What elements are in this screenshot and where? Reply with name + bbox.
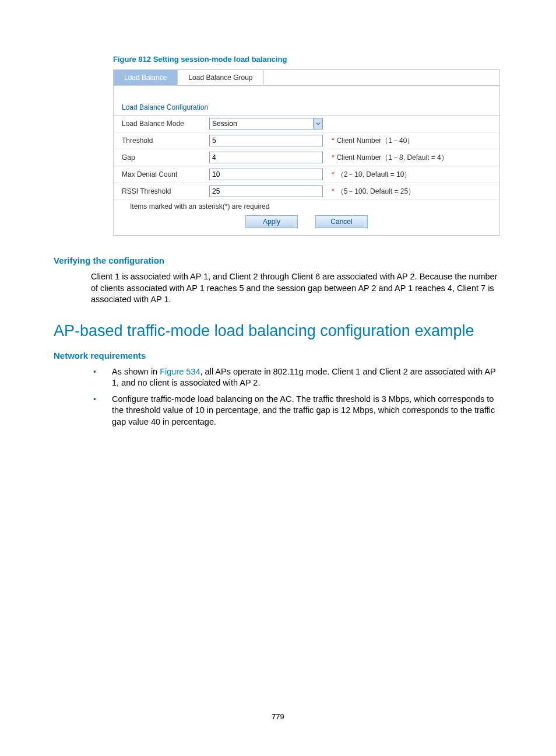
required-asterisk: *: [332, 170, 335, 178]
row-max-denial: Max Denial Count * （2－10, Default = 10）: [114, 166, 499, 183]
page-number: 779: [0, 712, 556, 721]
list-item: Configure traffic-mode load balancing on…: [112, 394, 502, 428]
input-gap[interactable]: [209, 152, 323, 163]
hint-max-denial: * （2－10, Default = 10）: [332, 170, 411, 180]
figure-caption: Figure 812 Setting session-mode load bal…: [113, 55, 502, 64]
select-mode-value: Session: [212, 120, 237, 128]
requirements-list: As shown in Figure 534, all APs operate …: [112, 366, 502, 428]
label-max-denial: Max Denial Count: [122, 170, 209, 178]
heading-verifying: Verifying the configuration: [54, 256, 502, 265]
label-threshold: Threshold: [122, 136, 209, 145]
tab-load-balance-group[interactable]: Load Balance Group: [178, 70, 263, 85]
label-gap: Gap: [122, 153, 209, 162]
label-rssi: RSSI Threshold: [122, 187, 209, 195]
required-note: Items marked with an asterisk(*) are req…: [114, 200, 499, 211]
heading-ap-traffic: AP-based traffic-mode load balancing con…: [54, 322, 502, 340]
input-rssi[interactable]: [209, 186, 323, 197]
required-asterisk: *: [332, 136, 335, 145]
figure-link[interactable]: Figure 534: [160, 367, 200, 376]
chevron-down-icon[interactable]: [313, 118, 322, 129]
required-asterisk: *: [332, 187, 335, 195]
cancel-button[interactable]: Cancel: [315, 215, 368, 228]
heading-network-req: Network requirements: [54, 351, 502, 360]
label-mode: Load Balance Mode: [122, 120, 209, 128]
row-rssi: RSSI Threshold * （5－100, Default = 25）: [114, 183, 499, 200]
required-asterisk: *: [332, 153, 335, 162]
button-row: Apply Cancel: [114, 211, 499, 230]
tab-load-balance[interactable]: Load Balance: [114, 70, 178, 85]
hint-gap: * Client Number（1－8, Default = 4）: [332, 153, 448, 163]
input-threshold[interactable]: [209, 135, 323, 146]
apply-button[interactable]: Apply: [245, 215, 298, 228]
verify-paragraph: Client 1 is associated with AP 1, and Cl…: [91, 271, 502, 306]
list-item: As shown in Figure 534, all APs operate …: [112, 366, 502, 389]
tab-row: Load Balance Load Balance Group: [114, 70, 499, 86]
config-section-title: Load Balance Configuration: [114, 92, 499, 116]
row-mode: Load Balance Mode Session: [114, 116, 499, 132]
select-mode[interactable]: Session: [209, 118, 323, 130]
hint-threshold: * Client Number（1－40）: [332, 136, 414, 146]
config-screenshot: Load Balance Load Balance Group Load Bal…: [113, 69, 500, 236]
input-max-denial[interactable]: [209, 169, 323, 180]
row-gap: Gap * Client Number（1－8, Default = 4）: [114, 149, 499, 166]
row-threshold: Threshold * Client Number（1－40）: [114, 132, 499, 149]
hint-rssi: * （5－100, Default = 25）: [332, 187, 415, 197]
